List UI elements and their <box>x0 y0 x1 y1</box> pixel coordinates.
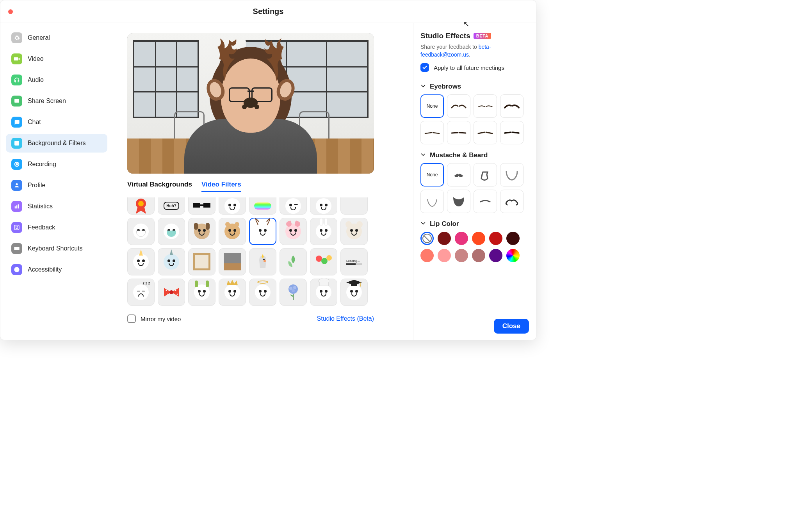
eyebrow-option-brow-thick[interactable] <box>500 94 524 118</box>
headphones-icon <box>11 75 22 85</box>
svg-point-29 <box>326 255 332 261</box>
window-controls <box>8 9 13 14</box>
filter-blank[interactable] <box>340 197 368 215</box>
filter-halo[interactable] <box>249 279 276 306</box>
svg-rect-14 <box>16 248 16 248</box>
sidebar-item-chat[interactable]: Chat <box>6 113 107 131</box>
filter-cute-face[interactable] <box>219 197 246 215</box>
eyebrow-option-brow-flat4[interactable] <box>500 121 524 144</box>
filter-grad-cap[interactable] <box>340 279 368 306</box>
tab-vf[interactable]: Video Filters <box>201 181 241 192</box>
filter-mouse[interactable] <box>340 218 368 245</box>
apply-checkbox[interactable] <box>420 63 429 72</box>
filter-bow[interactable] <box>158 279 185 306</box>
eyebrow-option-brow-flat3[interactable] <box>474 121 497 144</box>
sidebar-item-audio[interactable]: Audio <box>6 71 107 89</box>
filter-sleep[interactable]: z z Z <box>127 279 155 306</box>
filter-leaves[interactable] <box>280 248 307 275</box>
sidebar-item-general[interactable]: General <box>6 28 107 47</box>
filter-dog[interactable] <box>188 218 215 245</box>
apply-all-meetings[interactable]: Apply to all future meetings <box>420 63 529 72</box>
beard-option-none[interactable]: None <box>420 163 444 186</box>
lip-color-ff4a1f[interactable] <box>472 232 485 245</box>
close-button[interactable]: Close <box>494 319 529 334</box>
filter-mask1[interactable] <box>127 218 155 245</box>
filter-cockatiel[interactable] <box>249 248 276 275</box>
sidebar-item-stats[interactable]: Statistics <box>6 197 107 216</box>
svg-rect-23 <box>203 203 210 208</box>
eyebrow-option-brow-thin[interactable] <box>474 94 497 118</box>
beard-option-goatee[interactable] <box>474 163 497 186</box>
mirror-checkbox[interactable] <box>127 314 136 323</box>
filter-chef-hat[interactable] <box>310 279 337 306</box>
filter-pixel-glasses[interactable] <box>188 197 215 215</box>
filter-frame-room[interactable] <box>219 248 246 275</box>
beard-option-chin-outline[interactable] <box>500 163 524 186</box>
filter-mask2[interactable] <box>158 218 185 245</box>
eyebrow-option-brow-arc[interactable] <box>447 94 470 118</box>
beard-option-thin-stache[interactable] <box>474 190 497 213</box>
lip-color-7a1414[interactable] <box>438 232 451 245</box>
filter-rainbow-band[interactable] <box>249 197 276 215</box>
eyebrows-header[interactable]: Eyebrows <box>420 83 529 91</box>
filter-shrek-ears[interactable] <box>188 279 215 306</box>
lip-color-3d0a0a[interactable] <box>506 232 520 245</box>
sidebar-item-shortcuts[interactable]: Keyboard Shortcuts <box>6 239 107 258</box>
beard-option-handlebar[interactable] <box>500 190 524 213</box>
mirror-my-video[interactable]: Mirror my video <box>127 314 181 323</box>
beard-option-chin-line[interactable] <box>420 190 444 213</box>
lip-color-ff9c9c[interactable] <box>438 249 451 262</box>
beard-header[interactable]: Mustache & Beard <box>420 151 529 159</box>
lip-color-ff7a6a[interactable] <box>420 249 434 262</box>
filter-narwhal[interactable] <box>158 248 185 275</box>
studio-effects-link[interactable]: Studio Effects (Beta) <box>317 315 374 322</box>
sidebar-item-label: Keyboard Shortcuts <box>28 245 83 252</box>
filter-bunny[interactable] <box>310 218 337 245</box>
beard-option-mustache[interactable] <box>447 163 470 186</box>
eyebrow-option-brow-flat1[interactable] <box>420 121 444 144</box>
record-icon <box>11 159 22 170</box>
filter-lollipops[interactable] <box>310 248 337 275</box>
lip-color-e8357e[interactable] <box>455 232 468 245</box>
sidebar-item-label: Chat <box>28 119 41 126</box>
lip-color-none[interactable] <box>420 232 434 245</box>
filter-unicorn[interactable] <box>127 248 155 275</box>
filter-frame-wood[interactable] <box>188 248 215 275</box>
sidebar: GeneralVideoAudioShare ScreenChatBackgro… <box>0 23 113 340</box>
filter-loading[interactable]: Loading... <box>340 248 368 275</box>
sidebar-item-recording[interactable]: Recording <box>6 155 107 174</box>
lip-color-b07070[interactable] <box>472 249 485 262</box>
sidebar-item-share[interactable]: Share Screen <box>6 92 107 110</box>
sidebar-item-bgfilters[interactable]: Background & Filters <box>6 134 107 153</box>
filter-pig[interactable] <box>280 218 307 245</box>
lip-color-c31414[interactable] <box>489 232 502 245</box>
filter-big-smile[interactable] <box>310 197 337 215</box>
lip-color-c98585[interactable] <box>455 249 468 262</box>
lipcolor-header[interactable]: Lip Color <box>420 220 529 228</box>
close-window-icon[interactable] <box>8 9 13 14</box>
filter-deer[interactable] <box>249 218 276 245</box>
filter-ribbon[interactable] <box>127 197 155 215</box>
lip-color-rainbow[interactable] <box>506 249 520 262</box>
eyebrow-option-brow-flat2[interactable] <box>447 121 470 144</box>
sidebar-item-accessibility[interactable]: Accessibility <box>6 260 107 279</box>
svg-rect-15 <box>17 248 18 248</box>
eyebrow-option-none[interactable]: None <box>420 94 444 118</box>
sidebar-item-label: Background & Filters <box>28 140 86 147</box>
beard-option-full-beard[interactable] <box>447 190 470 213</box>
chevron-down-icon <box>420 151 426 159</box>
sidebar-item-label: General <box>28 34 50 41</box>
filter-hydrangea[interactable] <box>280 279 307 306</box>
sidebar-item-profile[interactable]: Profile <box>6 176 107 195</box>
tab-vb[interactable]: Virtual Backgrounds <box>127 181 192 192</box>
filter-crown[interactable] <box>219 279 246 306</box>
svg-point-37 <box>293 286 296 289</box>
filter-wink[interactable] <box>280 197 307 215</box>
lip-color-5a0a8a[interactable] <box>489 249 502 262</box>
sidebar-item-video[interactable]: Video <box>6 50 107 68</box>
sidebar-item-feedback[interactable]: Feedback <box>6 218 107 237</box>
filter-huh[interactable]: Huh? <box>158 197 185 215</box>
filter-bear[interactable] <box>219 218 246 245</box>
eyebrow-options: None <box>420 94 529 144</box>
svg-rect-7 <box>16 205 18 208</box>
